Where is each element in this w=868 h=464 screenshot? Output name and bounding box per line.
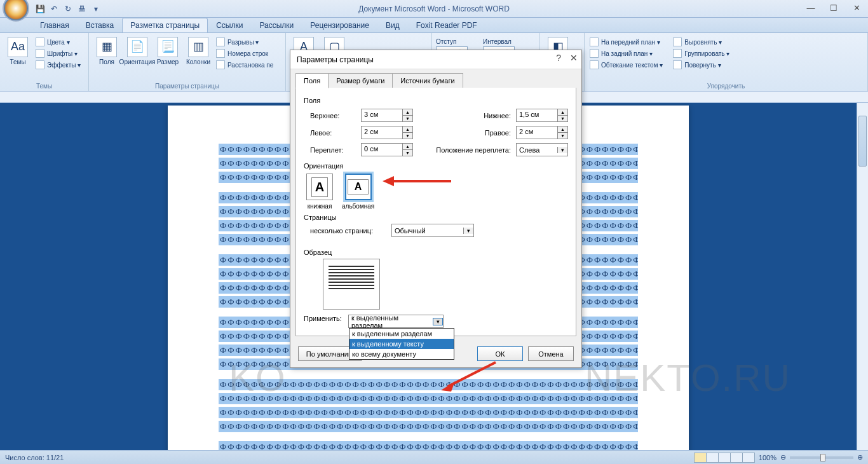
document-line[interactable]: ФФФФФФФФФФФФФФФФФФФФФФФФФФФФФФФФФФФФФФФФ… <box>219 407 638 418</box>
bring-front[interactable]: На передний план ▾ <box>588 37 664 47</box>
tab-review[interactable]: Рецензирование <box>302 18 377 32</box>
select-gutterpos[interactable]: Слева▾ <box>516 143 568 156</box>
spacing-label: Интервал <box>483 38 515 45</box>
preview-thumbnail <box>323 259 380 310</box>
qat-print-icon[interactable]: 🖶 <box>76 3 88 15</box>
qat-redo-icon[interactable]: ↻ <box>62 3 74 15</box>
tab-layout[interactable]: Разметка страницы <box>122 18 208 32</box>
tab-refs[interactable]: Ссылки <box>208 18 251 32</box>
label-gutter: Переплет: <box>310 146 356 154</box>
section-preview: Образец <box>304 249 568 256</box>
size-button[interactable]: 📃Размер <box>154 37 182 65</box>
fonts-icon <box>36 49 44 58</box>
hyphen-icon <box>216 60 225 69</box>
group-icon <box>673 49 682 58</box>
margins-button[interactable]: ▦Поля <box>93 37 121 65</box>
zoom-slider[interactable] <box>790 456 853 459</box>
apply-opt-2[interactable]: к выделенному тексту <box>349 339 454 349</box>
group-arrange-label: Упорядочить <box>585 83 867 90</box>
text-wrap[interactable]: Обтекание текстом ▾ <box>588 60 664 70</box>
margins-icon: ▦ <box>97 37 117 57</box>
orientation-portrait[interactable]: книжная <box>306 174 333 210</box>
group-pagesetup-label: Параметры страницы <box>89 83 285 90</box>
wrap-icon <box>590 60 599 69</box>
tab-mail[interactable]: Рассылки <box>251 18 302 32</box>
cancel-button[interactable]: Отмена <box>528 346 574 361</box>
dialog-tab-paper[interactable]: Размер бумаги <box>328 73 393 88</box>
orientation-button[interactable]: 📄Ориентация <box>123 37 151 65</box>
input-left[interactable]: 2 см▲▼ <box>361 126 413 139</box>
section-pages: Страницы <box>304 214 568 221</box>
label-gutterpos: Положение переплета: <box>428 146 511 154</box>
view-read[interactable] <box>706 453 719 463</box>
ok-button[interactable]: ОК <box>477 346 523 361</box>
group-themes-label: Темы <box>0 83 88 90</box>
input-gutter[interactable]: 0 см▲▼ <box>361 143 413 156</box>
label-apply: Применить: <box>304 315 344 322</box>
input-right[interactable]: 2 см▲▼ <box>516 126 568 139</box>
group-button[interactable]: Группировать ▾ <box>672 48 731 58</box>
columns-button[interactable]: ▥Колонки <box>184 37 212 65</box>
linenums-icon <box>216 49 225 58</box>
qat-save-icon[interactable]: 💾 <box>34 3 46 15</box>
status-words[interactable]: Число слов: 11/21 <box>5 454 64 461</box>
orientation-landscape[interactable]: альбомная <box>342 174 374 210</box>
dialog-tab-fields[interactable]: Поля <box>295 73 329 88</box>
close-button[interactable]: ✕ <box>848 1 865 14</box>
rotate-button[interactable]: Повернуть ▾ <box>672 60 731 70</box>
qat-undo-icon[interactable]: ↶ <box>48 3 60 15</box>
linenums-button[interactable]: Номера строк <box>215 48 275 58</box>
zoom-value[interactable]: 100% <box>759 454 776 461</box>
colors-icon <box>36 38 44 46</box>
theme-fonts[interactable]: Шрифты ▾ <box>34 48 82 58</box>
document-line[interactable]: ФФФФФФФФФФФФФФФФФФФФФФФФФФФФФФФФФФФФФФФФ… <box>219 393 638 404</box>
select-apply[interactable]: к выделенным разделам ▾ к выделенным раз… <box>348 315 444 328</box>
minimize-button[interactable]: — <box>802 1 820 14</box>
breaks-button[interactable]: Разрывы ▾ <box>215 37 275 47</box>
apply-opt-3[interactable]: ко всему документу <box>349 349 454 359</box>
window-title: Документ Microsoft Word - Microsoft WORD <box>358 4 510 13</box>
select-multi[interactable]: Обычный▾ <box>391 224 474 237</box>
vertical-scrollbar[interactable] <box>857 103 868 450</box>
scroll-thumb[interactable] <box>858 116 867 167</box>
dialog-help-icon[interactable]: ? <box>556 53 561 63</box>
tab-home[interactable]: Главная <box>32 18 78 32</box>
dialog-close-icon[interactable]: ✕ <box>570 53 578 63</box>
dialog-title: Параметры страницы <box>297 55 374 64</box>
columns-icon: ▥ <box>188 37 208 57</box>
align-icon <box>673 38 682 46</box>
view-draft[interactable] <box>742 453 755 463</box>
view-outline[interactable] <box>730 453 743 463</box>
view-print[interactable] <box>694 453 707 463</box>
maximize-button[interactable]: ☐ <box>825 1 843 14</box>
theme-colors[interactable]: Цвета ▾ <box>34 37 82 47</box>
input-top[interactable]: 3 см▲▼ <box>361 109 413 122</box>
qat-more-icon[interactable]: ▾ <box>90 3 102 15</box>
size-icon: 📃 <box>158 37 178 57</box>
themes-button[interactable]: Aa Темы <box>4 37 32 65</box>
section-fields: Поля <box>304 97 568 104</box>
tab-foxit[interactable]: Foxit Reader PDF <box>408 18 485 32</box>
label-right: Правое: <box>428 129 511 137</box>
apply-opt-1[interactable]: к выделенным разделам <box>349 329 454 339</box>
document-line[interactable]: ФФФФФФФФФФФФФФФФФФФФФФФФФФФФФФФФФФФФФФФФ… <box>219 379 638 390</box>
themes-icon: Aa <box>8 37 28 57</box>
document-line[interactable]: ФФФФФФФФФФФФФФФФФФФФФФФФФФФФФФФФФФФФФФФФ… <box>219 421 638 432</box>
rotate-icon <box>673 60 682 69</box>
zoom-in-icon[interactable]: ⊕ <box>857 453 863 461</box>
tab-view[interactable]: Вид <box>377 18 408 32</box>
send-back[interactable]: На задний план ▾ <box>588 48 664 58</box>
hyphen-button[interactable]: Расстановка пе <box>215 60 275 70</box>
tab-insert[interactable]: Вставка <box>78 18 123 32</box>
label-left: Левое: <box>310 129 356 137</box>
portrait-icon <box>306 174 333 200</box>
dialog-tab-source[interactable]: Источник бумаги <box>392 73 463 88</box>
theme-effects[interactable]: Эффекты ▾ <box>34 60 82 70</box>
label-top: Верхнее: <box>310 112 356 119</box>
align-button[interactable]: Выровнять ▾ <box>672 37 731 47</box>
view-web[interactable] <box>718 453 731 463</box>
apply-dropdown: к выделенным разделам к выделенному текс… <box>349 328 454 360</box>
document-line[interactable]: ФФФФФФФФФФФФФФФФФФФФФФФФФФФФФФФФФФФФФФФФ… <box>219 441 638 450</box>
zoom-out-icon[interactable]: ⊖ <box>780 453 786 461</box>
input-bottom[interactable]: 1,5 см▲▼ <box>516 109 568 122</box>
